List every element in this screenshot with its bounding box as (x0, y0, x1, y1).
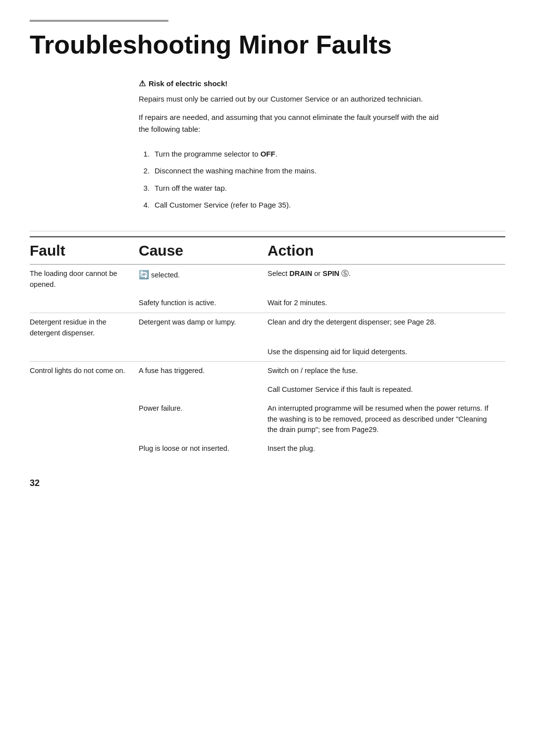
table-row: Control lights do not come on. A fuse ha… (30, 362, 505, 380)
cause-cell-6 (139, 380, 268, 399)
table-row: Plug is loose or not inserted. Insert th… (30, 439, 505, 458)
action-cell-4: Use the dispensing aid for liquid deterg… (268, 343, 505, 362)
table-row: Power failure. An interrupted programme … (30, 399, 505, 439)
warning-icon: ⚠ (139, 79, 146, 88)
cause-cell-5: A fuse has triggered. (139, 362, 268, 380)
step-2: 2. Disconnect the washing machine from t… (139, 165, 446, 177)
table-row: The loading door cannot be opened. 🔄 sel… (30, 264, 505, 294)
warning-paragraph-1: Repairs must only be carried out by our … (139, 93, 446, 105)
warning-title-text: Risk of electric shock! (149, 79, 227, 88)
step-3-text: Turn off the water tap. (155, 183, 446, 194)
fault-cell-1: The loading door cannot be opened. (30, 264, 139, 294)
fault-cell-2 (30, 294, 139, 313)
step-4-text: Call Customer Service (refer to Page 35)… (155, 200, 446, 211)
fault-table: Fault Cause Action The loading door cann… (30, 236, 505, 458)
fault-cell-6 (30, 380, 139, 399)
fault-cell-8 (30, 439, 139, 458)
spin-icon: 🔄 (139, 270, 149, 279)
table-row: Safety function is active. Wait for 2 mi… (30, 294, 505, 313)
col-header-fault: Fault (30, 237, 139, 265)
table-row: Use the dispensing aid for liquid deterg… (30, 343, 505, 362)
table-row: Call Customer Service if this fault is r… (30, 380, 505, 399)
action-cell-2: Wait for 2 minutes. (268, 294, 505, 313)
col-header-action: Action (268, 237, 505, 265)
step-1: 1. Turn the programme selector to OFF. (139, 149, 446, 160)
cause-cell-2: Safety function is active. (139, 294, 268, 313)
step-3-number: 3. (139, 183, 150, 194)
fault-cell-3: Detergent residue in the detergent dispe… (30, 313, 139, 343)
fault-cell-7 (30, 399, 139, 439)
warning-title: ⚠ Risk of electric shock! (139, 79, 446, 88)
table-header-row: Fault Cause Action (30, 237, 505, 265)
col-header-cause: Cause (139, 237, 268, 265)
warning-section: ⚠ Risk of electric shock! Repairs must o… (139, 79, 446, 135)
step-4-number: 4. (139, 200, 150, 211)
step-2-number: 2. (139, 165, 150, 177)
cause-cell-8: Plug is loose or not inserted. (139, 439, 268, 458)
table-row: Detergent residue in the detergent dispe… (30, 313, 505, 343)
step-1-number: 1. (139, 149, 150, 160)
step-2-text: Disconnect the washing machine from the … (155, 165, 446, 177)
top-decorative-bar (30, 20, 168, 22)
cause-cell-1: 🔄 selected. (139, 264, 268, 294)
step-1-text: Turn the programme selector to OFF. (155, 149, 446, 160)
fault-cell-4 (30, 343, 139, 362)
step-4: 4. Call Customer Service (refer to Page … (139, 200, 446, 211)
cause-icon-text: selected. (149, 271, 180, 279)
cause-cell-4 (139, 343, 268, 362)
cause-cell-3: Detergent was damp or lumpy. (139, 313, 268, 343)
action-cell-6: Call Customer Service if this fault is r… (268, 380, 505, 399)
action-cell-7: An interrupted programme will be resumed… (268, 399, 505, 439)
steps-section: 1. Turn the programme selector to OFF. 2… (139, 149, 446, 211)
step-3: 3. Turn off the water tap. (139, 183, 446, 194)
page-number: 32 (30, 478, 505, 488)
fault-table-section: Fault Cause Action The loading door cann… (30, 236, 505, 458)
fault-cell-5: Control lights do not come on. (30, 362, 139, 380)
action-cell-3: Clean and dry the detergent dispenser; s… (268, 313, 505, 343)
cause-cell-7: Power failure. (139, 399, 268, 439)
warning-paragraph-2: If repairs are needed, and assuming that… (139, 111, 446, 135)
action-cell-1: Select DRAIN or SPIN Ⓢ. (268, 264, 505, 294)
page-title: Troubleshooting Minor Faults (30, 31, 505, 59)
action-cell-8: Insert the plug. (268, 439, 505, 458)
action-cell-5: Switch on / replace the fuse. (268, 362, 505, 380)
section-divider (30, 231, 505, 231)
